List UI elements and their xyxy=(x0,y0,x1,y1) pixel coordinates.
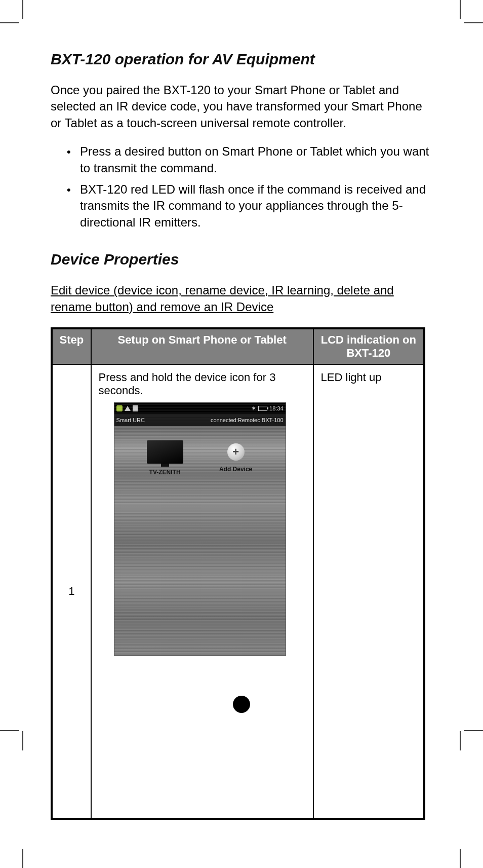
device-tv[interactable]: TV-ZENITH xyxy=(140,440,190,476)
tv-icon xyxy=(147,440,183,464)
section-heading-properties: Device Properties xyxy=(51,251,435,268)
table-row: 1 Press and hold the device icon for 3 s… xyxy=(52,364,424,819)
status-time: 18:34 xyxy=(269,405,284,411)
section-heading-operation: BXT-120 operation for AV Equipment xyxy=(51,51,435,68)
setup-cell: Press and hold the device icon for 3 sec… xyxy=(91,364,313,819)
lcd-cell: LED light up xyxy=(313,364,424,819)
device-label: TV-ZENITH xyxy=(149,469,181,476)
crop-mark xyxy=(22,849,23,868)
device-row: TV-ZENITH + Add Device xyxy=(114,426,286,476)
list-item: Press a desired button on Smart Phone or… xyxy=(77,143,435,176)
battery-icon xyxy=(258,406,267,411)
wifi-icon xyxy=(125,406,131,411)
crop-mark xyxy=(460,849,461,868)
crop-mark xyxy=(464,730,483,731)
table-header-setup: Setup on Smart Phone or Tablet xyxy=(91,328,313,364)
crop-mark xyxy=(460,731,461,750)
crop-mark xyxy=(0,22,19,23)
list-item: BXT-120 red LED will flash once if the c… xyxy=(77,181,435,231)
table-header-lcd: LCD indication on BXT-120 xyxy=(313,328,424,364)
connection-status: connected:Remotec BXT-100 xyxy=(211,417,284,423)
phone-screenshot: ✶ 18:34 Smart URC connected:Remotec BXT-… xyxy=(114,402,286,656)
intro-paragraph: Once you paired the BXT-120 to your Smar… xyxy=(51,82,435,131)
crop-mark xyxy=(22,731,23,750)
table-header-step: Step xyxy=(52,328,91,364)
add-device-button[interactable]: + Add Device xyxy=(211,440,261,476)
sub-underline: Edit device (device icon, rename device,… xyxy=(51,282,435,315)
plus-icon: + xyxy=(227,443,245,461)
crop-mark xyxy=(460,0,461,19)
app-name: Smart URC xyxy=(116,417,145,423)
setup-text: Press and hold the device icon for 3 sec… xyxy=(99,371,276,397)
device-label: Add Device xyxy=(219,466,252,473)
instruction-list: Press a desired button on Smart Phone or… xyxy=(51,143,435,231)
android-icon xyxy=(116,405,123,411)
crop-mark xyxy=(22,0,23,19)
steps-table: Step Setup on Smart Phone or Tablet LCD … xyxy=(51,327,425,820)
bluetooth-icon: ✶ xyxy=(251,405,256,412)
crop-mark xyxy=(464,22,483,23)
phone-statusbar: ✶ 18:34 xyxy=(114,403,286,414)
doc-icon xyxy=(133,405,138,411)
phone-appbar: Smart URC connected:Remotec BXT-100 xyxy=(114,414,286,426)
step-number: 1 xyxy=(52,364,91,819)
crop-mark xyxy=(0,730,19,731)
page-indicator-dot xyxy=(233,696,250,713)
